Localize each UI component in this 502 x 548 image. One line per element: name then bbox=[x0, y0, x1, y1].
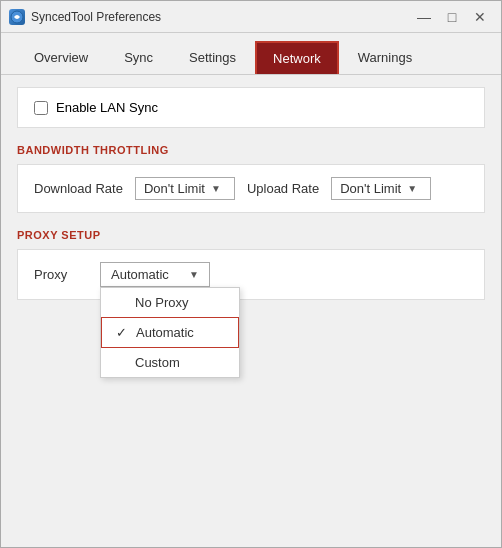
tab-settings[interactable]: Settings bbox=[172, 41, 253, 74]
tab-network[interactable]: Network bbox=[255, 41, 339, 74]
automatic-check: ✓ bbox=[116, 325, 130, 340]
proxy-row: Proxy Automatic ▼ No Proxy ✓ Automati bbox=[34, 262, 468, 287]
download-chevron-icon: ▼ bbox=[211, 183, 221, 194]
custom-label: Custom bbox=[135, 355, 180, 370]
proxy-option-custom[interactable]: Custom bbox=[101, 348, 239, 377]
proxy-dropdown-menu: No Proxy ✓ Automatic Custom bbox=[100, 287, 240, 378]
minimize-button[interactable]: — bbox=[411, 6, 437, 28]
main-window: SyncedTool Preferences — □ ✕ Overview Sy… bbox=[0, 0, 502, 548]
proxy-chevron-icon: ▼ bbox=[189, 269, 199, 280]
bandwidth-section-label: BANDWIDTH THROTTLING bbox=[17, 144, 485, 156]
lan-sync-section: Enable LAN Sync bbox=[17, 87, 485, 128]
upload-rate-value: Don't Limit bbox=[340, 181, 401, 196]
proxy-option-no-proxy[interactable]: No Proxy bbox=[101, 288, 239, 317]
tab-overview[interactable]: Overview bbox=[17, 41, 105, 74]
bandwidth-section: Download Rate Don't Limit ▼ Upload Rate … bbox=[17, 164, 485, 213]
proxy-label: Proxy bbox=[34, 262, 84, 282]
window-title: SyncedTool Preferences bbox=[31, 10, 411, 24]
window-controls: — □ ✕ bbox=[411, 6, 493, 28]
tab-bar: Overview Sync Settings Network Warnings bbox=[1, 33, 501, 75]
tab-sync[interactable]: Sync bbox=[107, 41, 170, 74]
custom-check bbox=[115, 355, 129, 370]
lan-sync-label[interactable]: Enable LAN Sync bbox=[56, 100, 158, 115]
automatic-label: Automatic bbox=[136, 325, 194, 340]
no-proxy-label: No Proxy bbox=[135, 295, 188, 310]
lan-sync-row: Enable LAN Sync bbox=[34, 100, 468, 115]
proxy-dropdown-container: Automatic ▼ No Proxy ✓ Automatic bbox=[100, 262, 210, 287]
download-rate-select[interactable]: Don't Limit ▼ bbox=[135, 177, 235, 200]
download-rate-label: Download Rate bbox=[34, 181, 123, 196]
lan-sync-checkbox[interactable] bbox=[34, 101, 48, 115]
proxy-section: Proxy Automatic ▼ No Proxy ✓ Automati bbox=[17, 249, 485, 300]
download-rate-value: Don't Limit bbox=[144, 181, 205, 196]
proxy-section-label: PROXY SETUP bbox=[17, 229, 485, 241]
proxy-select-button[interactable]: Automatic ▼ bbox=[100, 262, 210, 287]
upload-chevron-icon: ▼ bbox=[407, 183, 417, 194]
rate-row: Download Rate Don't Limit ▼ Upload Rate … bbox=[34, 177, 468, 200]
proxy-option-automatic[interactable]: ✓ Automatic bbox=[101, 317, 239, 348]
proxy-current-value: Automatic bbox=[111, 267, 169, 282]
upload-rate-select[interactable]: Don't Limit ▼ bbox=[331, 177, 431, 200]
no-proxy-check bbox=[115, 295, 129, 310]
content-area: Enable LAN Sync BANDWIDTH THROTTLING Dow… bbox=[1, 75, 501, 547]
upload-rate-label: Upload Rate bbox=[247, 181, 319, 196]
title-bar: SyncedTool Preferences — □ ✕ bbox=[1, 1, 501, 33]
app-icon bbox=[9, 9, 25, 25]
maximize-button[interactable]: □ bbox=[439, 6, 465, 28]
close-button[interactable]: ✕ bbox=[467, 6, 493, 28]
tab-warnings[interactable]: Warnings bbox=[341, 41, 429, 74]
